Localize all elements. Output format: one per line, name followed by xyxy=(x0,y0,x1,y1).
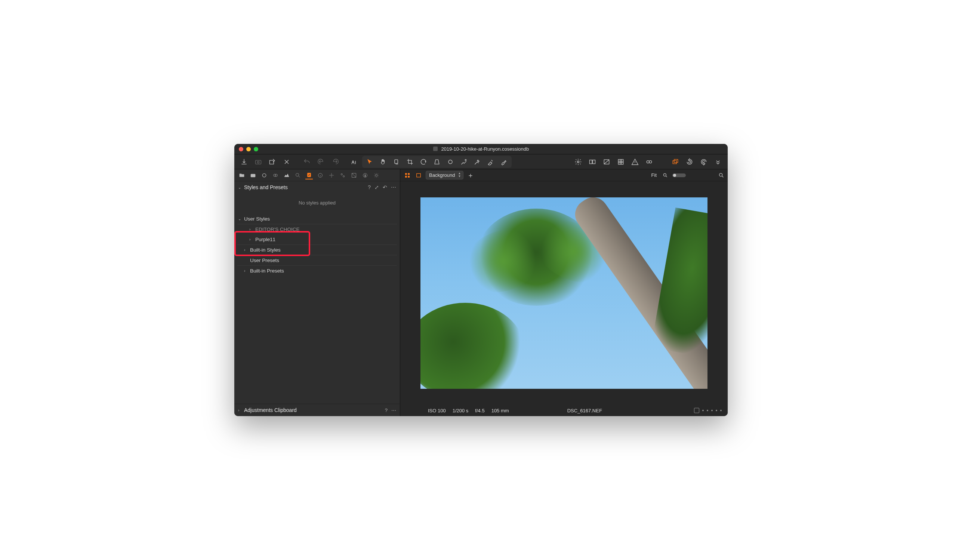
compare-icon[interactable] xyxy=(586,157,598,167)
svg-point-15 xyxy=(274,174,276,176)
rotate-tool-icon[interactable] xyxy=(418,157,429,167)
viewer-panel: Background ▲▼ ＋ Fit xyxy=(400,169,728,416)
spot-tool-icon[interactable] xyxy=(444,157,456,167)
tab-info-icon[interactable] xyxy=(316,172,324,179)
minimize-window[interactable] xyxy=(246,147,251,152)
background-select[interactable]: Background ▲▼ xyxy=(426,171,463,179)
chevron-right-icon: › xyxy=(249,237,253,242)
tab-search-icon[interactable] xyxy=(294,172,302,179)
tab-adjust-icon[interactable] xyxy=(328,172,335,179)
panel-title: Styles and Presets xyxy=(244,184,365,190)
star-5[interactable] xyxy=(720,410,722,411)
tree-purple11[interactable]: › Purple11 xyxy=(237,234,397,245)
tab-capture-icon[interactable] xyxy=(249,172,257,179)
brush-tool-icon[interactable] xyxy=(498,157,510,167)
window-title: 2019-10-20-hike-at-Runyon.cosessiondb xyxy=(234,146,728,152)
hand-tool-icon[interactable] xyxy=(377,157,389,167)
left-panel: 1 ⌄ Styles and Presets ? ⤢ ↶ ⋯ No styles… xyxy=(234,169,400,416)
tab-channel-icon[interactable]: 1 xyxy=(362,172,369,179)
tab-histogram-icon[interactable] xyxy=(283,172,291,179)
overflow-icon[interactable] xyxy=(712,157,724,167)
undo-icon[interactable] xyxy=(315,157,327,167)
tab-color-icon[interactable] xyxy=(272,172,279,179)
expand-icon[interactable]: ⤢ xyxy=(374,184,379,190)
preview-image xyxy=(420,197,707,389)
svg-rect-6 xyxy=(590,160,592,164)
add-icon[interactable]: ＋ xyxy=(466,171,475,179)
crop-tool-icon[interactable] xyxy=(404,157,416,167)
empty-state: No styles applied xyxy=(234,193,400,214)
rating-controls[interactable] xyxy=(694,408,722,413)
zoom-slider[interactable] xyxy=(672,173,686,177)
meta-aperture: f/4.5 xyxy=(475,408,484,413)
doc-icon xyxy=(433,147,437,151)
panel-title: Adjustments Clipboard xyxy=(244,407,383,413)
search-icon[interactable] xyxy=(718,172,725,179)
reset-icon[interactable]: ↶ xyxy=(383,184,387,190)
focus-overlay-icon[interactable] xyxy=(600,157,613,167)
star-2[interactable] xyxy=(707,410,708,411)
styles-tree: ⌄ User Styles › EDITOR'S CHOICE › Purple… xyxy=(234,214,400,276)
tab-styles-icon[interactable] xyxy=(305,172,313,179)
fit-label[interactable]: Fit xyxy=(651,172,657,178)
zoom-window[interactable] xyxy=(254,147,258,152)
close-icon[interactable] xyxy=(281,157,293,167)
tab-sun-icon[interactable] xyxy=(373,172,380,179)
grid-view-icon[interactable] xyxy=(403,171,412,179)
more-icon[interactable]: ⋯ xyxy=(391,184,396,190)
tree-user-presets[interactable]: › User Presets xyxy=(237,255,397,266)
svg-rect-11 xyxy=(673,160,676,163)
heal-tool-icon[interactable] xyxy=(458,157,470,167)
tab-lens-icon[interactable] xyxy=(260,172,268,179)
svg-point-33 xyxy=(720,173,722,176)
tab-exposure-icon[interactable] xyxy=(350,172,358,179)
help-icon[interactable]: ? xyxy=(368,184,371,190)
svg-rect-7 xyxy=(593,160,596,164)
help-icon[interactable]: ? xyxy=(385,407,387,413)
variants-icon[interactable] xyxy=(669,157,681,167)
gear-icon[interactable] xyxy=(572,157,584,167)
tree-builtin-presets[interactable]: › Built-in Presets xyxy=(237,266,397,276)
export-icon[interactable] xyxy=(266,157,278,167)
close-window[interactable] xyxy=(239,147,243,152)
cursor-tool-icon[interactable] xyxy=(364,157,376,167)
svg-point-32 xyxy=(663,173,666,176)
tree-user-styles[interactable]: ⌄ User Styles xyxy=(237,214,397,224)
grid-icon[interactable] xyxy=(615,157,627,167)
svg-rect-30 xyxy=(408,176,410,178)
camera-icon[interactable] xyxy=(252,157,264,167)
image-viewport[interactable] xyxy=(400,181,728,405)
color-tag[interactable] xyxy=(694,408,699,413)
annotation-icon[interactable] xyxy=(348,157,360,167)
single-view-icon[interactable] xyxy=(415,171,423,179)
reset-ccw-icon[interactable] xyxy=(684,157,696,167)
tab-library-icon[interactable] xyxy=(238,172,245,179)
import-icon[interactable] xyxy=(238,157,250,167)
tree-editors-choice[interactable]: › EDITOR'S CHOICE xyxy=(237,224,397,234)
keystone-tool-icon[interactable] xyxy=(431,157,443,167)
undo-curve-icon[interactable] xyxy=(301,157,313,167)
svg-rect-28 xyxy=(408,173,410,175)
zoom-out-icon[interactable] xyxy=(661,171,669,179)
chevron-down-icon[interactable]: ⌄ xyxy=(238,186,242,190)
main-toolbar xyxy=(234,154,728,169)
chevron-right-icon: › xyxy=(244,269,248,273)
erase-tool-icon[interactable] xyxy=(485,157,497,167)
star-1[interactable] xyxy=(702,410,704,411)
tree-label: Built-in Presets xyxy=(250,268,284,274)
star-4[interactable] xyxy=(716,410,717,411)
picker-tool-icon[interactable] xyxy=(471,157,483,167)
tab-gears-icon[interactable] xyxy=(339,172,347,179)
more-icon[interactable]: ⋯ xyxy=(391,407,396,413)
warning-icon[interactable] xyxy=(629,157,641,167)
star-3[interactable] xyxy=(711,410,713,411)
adjustments-clipboard-header[interactable]: › Adjustments Clipboard ? ⋯ xyxy=(234,404,400,416)
mask-tool-icon[interactable] xyxy=(391,157,402,167)
cursor-tool-group xyxy=(362,156,512,168)
proof-icon[interactable] xyxy=(643,157,655,167)
redo-icon[interactable] xyxy=(329,157,341,167)
svg-point-14 xyxy=(262,173,266,177)
reset-cw-icon[interactable] xyxy=(698,157,710,167)
tree-builtin-styles[interactable]: › Built-in Styles xyxy=(237,245,397,255)
meta-focal: 105 mm xyxy=(491,408,509,413)
